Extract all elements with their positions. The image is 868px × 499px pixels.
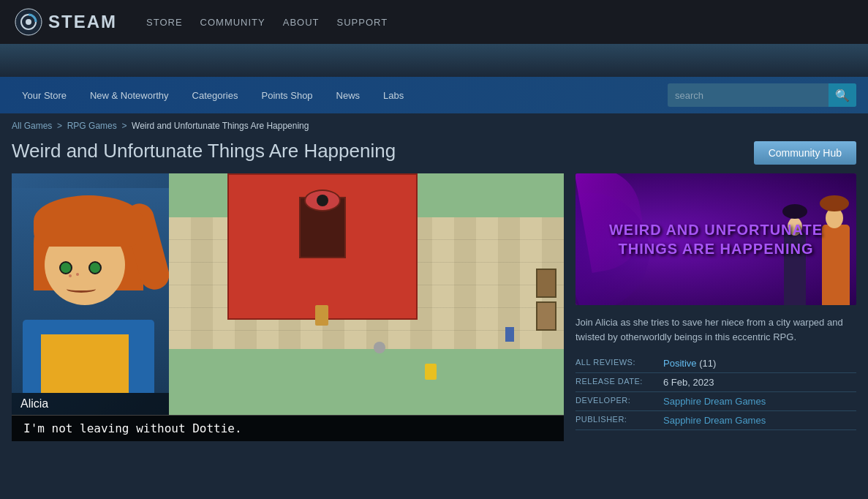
nav-support[interactable]: SUPPORT xyxy=(337,17,388,28)
top-nav-links: STORE COMMUNITY ABOUT SUPPORT xyxy=(146,17,388,28)
search-input[interactable] xyxy=(668,90,829,101)
nav-community[interactable]: COMMUNITY xyxy=(200,17,265,28)
nav-news[interactable]: News xyxy=(326,86,371,105)
store-navigation: Your Store New & Noteworthy Categories P… xyxy=(0,77,868,113)
nav-labs[interactable]: Labs xyxy=(373,86,414,105)
breadcrumb-current: Weird and Unfortunate Things Are Happeni… xyxy=(132,121,309,131)
info-panel: WEIRD AND UNFORTUNATETHINGS ARE HAPPENIN… xyxy=(575,173,856,441)
nav-categories[interactable]: Categories xyxy=(182,86,249,105)
publisher-link[interactable]: Sapphire Dream Games xyxy=(663,415,766,426)
capsule-title: WEIRD AND UNFORTUNATETHINGS ARE HAPPENIN… xyxy=(602,213,830,266)
nav-new-noteworthy[interactable]: New & Noteworthy xyxy=(80,86,179,105)
dialogue-bar: I'm not leaving without Dottie. xyxy=(12,415,564,441)
top-navigation: STEAM STORE COMMUNITY ABOUT SUPPORT xyxy=(0,0,868,44)
svg-point-2 xyxy=(26,19,31,25)
developer-value: Sapphire Dream Games xyxy=(663,392,856,411)
publisher-value: Sapphire Dream Games xyxy=(663,411,856,430)
character-name: Alicia xyxy=(20,397,48,410)
banner-area xyxy=(0,44,868,77)
dialogue-text: I'm not leaving without Dottie. xyxy=(23,421,242,435)
game-capsule-image: WEIRD AND UNFORTUNATETHINGS ARE HAPPENIN… xyxy=(575,173,856,305)
screenshot-area: Alicia I'm not leaving without Dottie. xyxy=(12,173,564,441)
nav-your-store[interactable]: Your Store xyxy=(12,86,77,105)
world-barrel xyxy=(536,269,556,298)
game-description: Join Alicia as she tries to save her nie… xyxy=(575,312,856,347)
reviews-sentiment[interactable]: Positive xyxy=(663,358,699,369)
character-name-bar: Alicia xyxy=(12,393,169,415)
steam-logo-icon xyxy=(15,8,42,36)
community-hub-button[interactable]: Community Hub xyxy=(754,141,856,165)
search-box: 🔍 xyxy=(668,83,856,107)
nav-store[interactable]: STORE xyxy=(146,17,183,28)
developer-link[interactable]: Sapphire Dream Games xyxy=(663,396,766,407)
info-grid: ALL REVIEWS: Positive (11) RELEASE DATE:… xyxy=(575,354,856,430)
reviews-label: ALL REVIEWS: xyxy=(575,354,663,373)
breadcrumb: All Games > RPG Games > Weird and Unfort… xyxy=(0,113,868,135)
main-content: Alicia I'm not leaving without Dottie. W… xyxy=(0,173,868,453)
world-character-1 xyxy=(315,305,328,326)
breadcrumb-rpg-games[interactable]: RPG Games xyxy=(67,121,117,131)
screenshot-main[interactable]: Alicia xyxy=(12,173,564,415)
world-character-3 xyxy=(425,364,437,380)
world-character-2 xyxy=(505,327,514,342)
character-portrait: Alicia xyxy=(12,173,169,415)
reviews-count: (11) xyxy=(699,358,716,369)
steam-logo[interactable]: STEAM xyxy=(15,8,117,36)
world-barrel-2 xyxy=(536,301,556,331)
nav-about[interactable]: ABOUT xyxy=(283,17,320,28)
steam-logo-text: STEAM xyxy=(48,12,117,32)
game-world xyxy=(169,173,564,415)
developer-label: DEVELOPER: xyxy=(575,392,663,411)
world-rock xyxy=(374,342,385,353)
nav-points-shop[interactable]: Points Shop xyxy=(251,86,322,105)
publisher-label: PUBLISHER: xyxy=(575,411,663,430)
breadcrumb-all-games[interactable]: All Games xyxy=(12,121,52,131)
game-title: Weird and Unfortunate Things Are Happeni… xyxy=(12,140,396,162)
title-row: Weird and Unfortunate Things Are Happeni… xyxy=(0,135,868,173)
search-button[interactable]: 🔍 xyxy=(829,83,856,107)
red-building xyxy=(227,173,418,320)
release-value: 6 Feb, 2023 xyxy=(663,373,856,392)
eye-symbol xyxy=(304,190,341,211)
release-label: RELEASE DATE: xyxy=(575,373,663,392)
reviews-value: Positive (11) xyxy=(663,354,856,373)
